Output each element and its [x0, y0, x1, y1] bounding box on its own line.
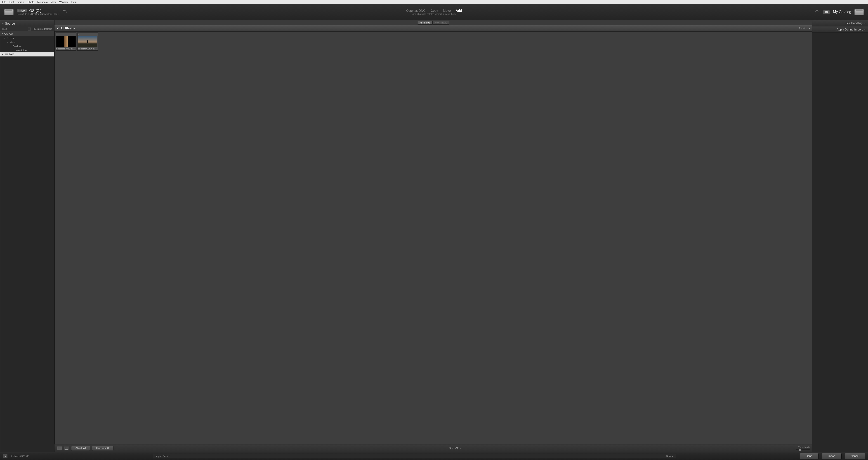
menu-file[interactable]: File	[1, 0, 8, 4]
mode-move[interactable]: Move	[443, 9, 451, 12]
grid-icon	[58, 447, 61, 449]
chevron-left-icon: ◂	[864, 22, 865, 24]
folder-label: deliq	[10, 41, 16, 43]
import-subtitle: Add photos to catalog without moving the…	[412, 13, 456, 15]
thumbnail-checkbox[interactable]: ✓	[78, 33, 97, 36]
chevron-down-icon: ▾	[10, 45, 11, 47]
top-bar: FROM OS (C:) Users \ deliq \ Desktop \ N…	[0, 4, 868, 20]
thumbnails-label: Thumbnails	[798, 446, 810, 449]
thumbnail-checkbox[interactable]: ✓	[56, 33, 76, 36]
folder-tree-item[interactable]: ▾DxO	[0, 53, 54, 57]
chevron-left-icon: ◂	[864, 28, 865, 31]
collapse-button[interactable]: ▴	[3, 454, 8, 458]
check-icon[interactable]: ✓	[57, 27, 59, 30]
folder-tree: ▾Users▾deliq▾Desktop▾New folder▾DxO	[0, 36, 54, 57]
cancel-button[interactable]: Cancel	[845, 453, 865, 459]
preset-value: None	[666, 455, 672, 458]
thumbnail-caption: DSC03497-ARW_DxO_...	[78, 48, 97, 50]
import-mode-tabs: Copy as DNG Copy Move Add	[406, 9, 462, 12]
menu-view[interactable]: View	[50, 0, 58, 4]
loupe-view-button[interactable]	[64, 446, 69, 450]
chevron-down-icon: ▾	[12, 50, 14, 51]
status-text: 2 photos / 320 MB	[11, 455, 29, 458]
thumbnail-grid: ✓DSC03386-ARW_DxO_...✓DSC03497-ARW_DxO_.…	[55, 31, 812, 444]
include-subfolders-checkbox[interactable]	[28, 28, 31, 31]
source-panel: ▸ Source Files Include Subfolders ▾ OS (…	[0, 20, 55, 452]
check-all-button[interactable]: Check All	[71, 446, 90, 451]
grid-footer: Check All Uncheck All Sort: Off ▾ Thumbn…	[55, 444, 812, 452]
menu-window[interactable]: Window	[58, 0, 70, 4]
file-handling-label: File Handling	[845, 22, 863, 25]
chevron-down-icon: ▾	[4, 37, 6, 39]
hdd-icon	[855, 8, 864, 15]
menu-metadata[interactable]: Metadata	[36, 0, 49, 4]
thumbnail-image	[56, 36, 76, 47]
hdd-icon	[4, 8, 13, 15]
folder-tree-item[interactable]: ▾New folder	[0, 48, 54, 53]
preset-label: Import Preset:	[156, 455, 170, 458]
source-panel-header[interactable]: ▸ Source	[0, 20, 54, 27]
arrow-right-icon	[814, 9, 820, 15]
chevron-down-icon: ▾	[2, 33, 3, 35]
thumbnail[interactable]: ✓DSC03386-ARW_DxO_...	[56, 33, 76, 51]
drive-label: OS (C:)	[4, 32, 13, 35]
thumbnail-image	[78, 36, 97, 47]
thumbnail[interactable]: ✓DSC03497-ARW_DxO_...	[77, 33, 98, 51]
folder-label: Desktop	[13, 45, 22, 47]
mode-add[interactable]: Add	[456, 9, 462, 12]
from-badge: FROM	[17, 9, 27, 12]
drive-row[interactable]: ▾ OS (C:)	[0, 31, 54, 36]
chevron-down-icon[interactable]: ▾	[460, 447, 461, 449]
menu-bar: File Edit Library Photo Metadata View Wi…	[0, 0, 868, 4]
folder-tree-item[interactable]: ▾Users	[0, 36, 54, 40]
folder-tree-item[interactable]: ▾Desktop	[0, 44, 54, 48]
grid-view-button[interactable]	[57, 446, 62, 450]
grid-header-title: All Photos	[61, 27, 75, 30]
grid-header: ✓ All Photos 2 photos ▾	[55, 25, 812, 31]
photo-count: 2 photos	[799, 27, 807, 30]
folder-label: New folder	[16, 49, 28, 52]
file-handling-header[interactable]: File Handling ◂	[812, 20, 868, 26]
chevron-down-icon: ▾	[2, 54, 4, 55]
apply-during-import-label: Apply During Import	[837, 28, 863, 31]
chevron-down-icon: ▾	[7, 41, 9, 43]
right-panel: File Handling ◂ Apply During Import ◂	[812, 20, 868, 452]
sort-label: Sort:	[450, 447, 454, 450]
destination-label[interactable]: My Catalog	[833, 10, 851, 14]
done-button[interactable]: Done	[800, 453, 818, 459]
chevron-down-icon: ▾	[672, 456, 673, 458]
menu-library[interactable]: Library	[16, 0, 26, 4]
menu-edit[interactable]: Edit	[8, 0, 15, 4]
sort-value[interactable]: Off	[456, 447, 458, 450]
uncheck-all-button[interactable]: Uncheck All	[92, 446, 114, 451]
loupe-icon	[65, 447, 68, 450]
to-badge: TO	[823, 10, 830, 14]
folder-label: DxO	[9, 53, 14, 56]
include-subfolders-label: Include Subfolders	[33, 28, 52, 30]
mode-copy-dng[interactable]: Copy as DNG	[406, 9, 426, 12]
thumbnail-caption: DSC03386-ARW_DxO_...	[56, 48, 76, 50]
folder-icon	[5, 54, 8, 55]
bottom-bar: ▴ 2 photos / 320 MB Import Preset: None …	[0, 452, 868, 460]
apply-during-import-header[interactable]: Apply During Import ◂	[812, 26, 868, 33]
chevron-down-icon[interactable]: ▾	[809, 27, 810, 30]
seg-all-photos[interactable]: All Photos	[417, 21, 432, 25]
source-panel-title: Source	[5, 22, 15, 25]
files-label: Files	[2, 28, 7, 30]
menu-photo[interactable]: Photo	[26, 0, 35, 4]
folder-label: Users	[7, 37, 14, 39]
thumbnail-size-slider[interactable]	[796, 449, 810, 450]
import-preset-bar[interactable]: Import Preset: None ▾	[153, 454, 676, 458]
chevron-right-icon: ▸	[2, 22, 4, 25]
import-button[interactable]: Import	[822, 453, 842, 459]
source-drive-label[interactable]: OS (C:)	[29, 9, 41, 13]
seg-new-photos[interactable]: New Photos	[432, 21, 450, 25]
view-filter-segment: All Photos New Photos	[55, 20, 812, 25]
mode-copy[interactable]: Copy	[431, 9, 438, 12]
source-breadcrumb: Users \ deliq \ Desktop \ New folder \ D…	[17, 13, 59, 15]
arrow-right-icon	[62, 9, 67, 15]
menu-help[interactable]: Help	[70, 0, 78, 4]
folder-tree-item[interactable]: ▾deliq	[0, 40, 54, 44]
